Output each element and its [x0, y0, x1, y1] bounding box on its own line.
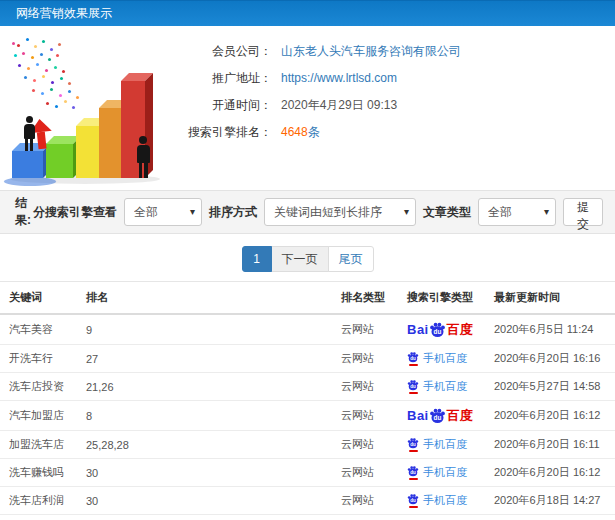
keyword-cell: 加盟洗车店 — [0, 431, 82, 459]
table-row: 洗车店投资 21,26 云网站 du 手机百度 2020年5月27日 14:58 — [0, 373, 615, 401]
keyword-cell: 汽车加盟店 — [0, 401, 82, 431]
filter-controls: 分搜索引擎查看 全部 排序方式 关键词由短到长排序 文章类型 全部 提交 — [33, 198, 603, 226]
svg-text:du: du — [410, 384, 416, 389]
rank-count-label: 搜索引擎排名： — [182, 124, 272, 141]
article-type-select[interactable]: 全部 — [478, 198, 556, 226]
updated-cell: 2020年6月5日 11:24 — [490, 314, 615, 345]
rank-type-cell: 云网站 — [337, 373, 403, 401]
company-label: 会员公司： — [182, 43, 272, 60]
keyword-cell: 洗车店利润 — [0, 487, 82, 515]
blue-bar-shadow-decor — [4, 177, 56, 186]
mobile-baidu-underline-decor — [409, 450, 418, 452]
page-title: 网络营销效果展示 — [16, 6, 112, 20]
account-summary-section: 会员公司： 山东老人头汽车服务咨询有限公司 推广地址： https://www.… — [0, 26, 615, 190]
baidu-logo-cn-text: 百度 — [447, 409, 473, 422]
table-row: 加盟洗车店 25,28,28 云网站 du 手机百度 2020年6月20日 16… — [0, 431, 615, 459]
header-rank: 排名 — [82, 282, 337, 315]
header-updated: 最新更新时间 — [490, 282, 615, 315]
table-row: 洗车赚钱吗 30 云网站 du 手机百度 2020年6月20日 16:12 — [0, 459, 615, 487]
baidu-paw-icon: du — [429, 321, 446, 338]
engine-filter-select[interactable]: 全部 — [124, 198, 202, 226]
company-name-link[interactable]: 山东老人头汽车服务咨询有限公司 — [281, 43, 461, 60]
sort-select[interactable]: 关键词由短到长排序 — [264, 198, 416, 226]
engine-cell: du 手机百度 — [403, 345, 490, 373]
mobile-baidu-paw-badge: du — [407, 437, 419, 452]
member-info-panel: 会员公司： 山东老人头汽车服务咨询有限公司 推广地址： https://www.… — [182, 26, 461, 190]
article-type-select-wrap: 全部 — [478, 198, 556, 226]
rank-type-cell: 云网站 — [337, 487, 403, 515]
baidu-paw-icon: du — [407, 465, 419, 477]
submit-button[interactable]: 提交 — [563, 198, 603, 226]
rank-cell[interactable]: 25,28,28 — [82, 431, 337, 459]
rank-cell[interactable]: 9 — [82, 314, 337, 345]
sort-label: 排序方式 — [209, 204, 257, 221]
mobile-baidu-underline-decor — [409, 392, 418, 394]
svg-text:du: du — [433, 328, 441, 335]
engine-cell: du 手机百度 — [403, 373, 490, 401]
svg-text:du: du — [410, 470, 416, 475]
engine-cell: du 手机百度 — [403, 459, 490, 487]
page-title-bar: 网络营销效果展示 — [0, 0, 615, 26]
result-label: 结果: — [15, 195, 33, 229]
table-header-row: 关键词 排名 排名类型 搜索引擎类型 最新更新时间 — [0, 282, 615, 315]
table-row: 汽车美容 9 云网站 Bai du 百度 2020年6月5日 11:24 — [0, 314, 615, 345]
businessman-figure-right — [134, 136, 152, 178]
bar-blue — [12, 151, 43, 178]
engine-filter-select-wrap: 全部 — [124, 198, 202, 226]
info-row-url: 推广地址： https://www.lrtlsd.com — [182, 70, 461, 87]
rank-cell[interactable]: 8 — [82, 401, 337, 431]
engine-filter-label: 分搜索引擎查看 — [33, 204, 117, 221]
mobile-baidu-label: 手机百度 — [423, 439, 467, 450]
mobile-baidu-paw-badge: du — [407, 351, 419, 366]
bar-chart-illustration — [0, 30, 182, 190]
updated-cell: 2020年6月20日 16:12 — [490, 459, 615, 487]
open-time-label: 开通时间： — [182, 97, 272, 114]
updated-cell: 2020年6月20日 16:11 — [490, 431, 615, 459]
rank-type-cell: 云网站 — [337, 314, 403, 345]
mobile-baidu-logo: du 手机百度 — [407, 351, 467, 366]
svg-text:du: du — [410, 498, 416, 503]
mobile-baidu-underline-decor — [409, 478, 418, 480]
promo-url-label: 推广地址： — [182, 70, 272, 87]
sort-select-wrap: 关键词由短到长排序 — [264, 198, 416, 226]
keyword-rank-table: 关键词 排名 排名类型 搜索引擎类型 最新更新时间 汽车美容 9 云网站 Bai… — [0, 281, 615, 520]
updated-cell: 2020年6月20日 16:16 — [490, 345, 615, 373]
engine-cell: Bai du 百度 — [403, 401, 490, 431]
mobile-baidu-paw-badge: du — [407, 465, 419, 480]
baidu-logo-bai-text: Bai — [407, 323, 429, 336]
header-engine-type: 搜索引擎类型 — [403, 282, 490, 315]
page-button-current[interactable]: 1 — [242, 246, 272, 272]
mobile-baidu-paw-badge: du — [407, 379, 419, 394]
info-row-company: 会员公司： 山东老人头汽车服务咨询有限公司 — [182, 43, 461, 60]
last-page-button[interactable]: 尾页 — [328, 246, 374, 272]
filter-toolbar: 结果: 分搜索引擎查看 全部 排序方式 关键词由短到长排序 文章类型 全部 提交 — [0, 190, 615, 234]
baidu-paw-icon: du — [407, 351, 419, 363]
table-row: 汽车加盟店 8 云网站 Bai du 百度 2020年6月20日 16:12 — [0, 401, 615, 431]
promo-url-link[interactable]: https://www.lrtlsd.com — [281, 70, 397, 87]
mobile-baidu-label: 手机百度 — [423, 467, 467, 478]
bar-yellow — [76, 126, 101, 178]
rank-cell[interactable]: 27 — [82, 345, 337, 373]
updated-cell: 2020年5月27日 14:58 — [490, 373, 615, 401]
baidu-paw-icon: du — [407, 437, 419, 449]
rank-type-cell: 云网站 — [337, 459, 403, 487]
mobile-baidu-logo: du 手机百度 — [407, 493, 467, 508]
mobile-baidu-underline-decor — [409, 506, 418, 508]
bar-orange — [99, 108, 123, 178]
table-row: 洗车店利润 30 云网站 du 手机百度 2020年6月18日 14:27 — [0, 487, 615, 515]
svg-text:du: du — [433, 414, 441, 421]
next-page-button[interactable]: 下一页 — [271, 246, 329, 272]
mobile-baidu-label: 手机百度 — [423, 353, 467, 364]
rank-type-cell: 云网站 — [337, 431, 403, 459]
table-row: 开洗车行 27 云网站 du 手机百度 2020年6月20日 16:16 — [0, 345, 615, 373]
updated-cell: 2020年6月20日 16:12 — [490, 401, 615, 431]
rank-cell[interactable]: 3 — [82, 515, 337, 520]
open-time-value: 2020年4月29日 09:13 — [281, 97, 397, 114]
keyword-cell: 洗车店加盟 — [0, 515, 82, 520]
rank-count-number: 4648 — [281, 125, 308, 139]
rank-cell[interactable]: 21,26 — [82, 373, 337, 401]
rank-cell[interactable]: 30 — [82, 459, 337, 487]
rank-cell[interactable]: 30 — [82, 487, 337, 515]
mobile-baidu-logo: du 手机百度 — [407, 379, 467, 394]
baidu-logo: Bai du 百度 — [407, 321, 473, 338]
